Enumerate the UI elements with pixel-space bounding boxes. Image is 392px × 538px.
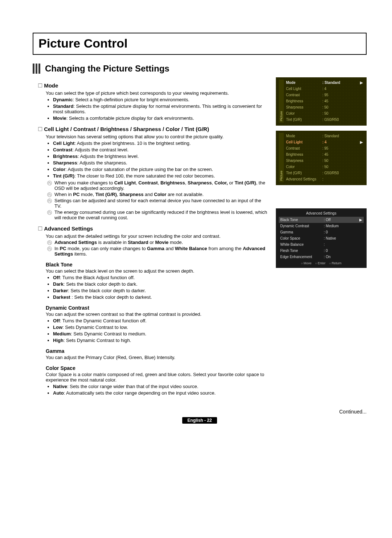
quality-intro: Your television has several setting opti… <box>46 134 269 139</box>
list-item: Brightness: Adjusts the brightness level… <box>53 154 269 159</box>
page-subtitle: Changing the Picture Settings <box>45 64 170 74</box>
osd-row: Tint (G/R)G50/R50 <box>285 117 364 123</box>
arrow-right-icon: ▶ <box>358 81 363 85</box>
osd-footer-hint: Enter <box>315 261 326 265</box>
arrow-right-icon: ▶ <box>358 140 363 144</box>
gamma-heading: Gamma <box>46 348 269 354</box>
section-heading: Changing the Picture Settings <box>33 64 367 74</box>
osd-side-label: Picture <box>279 80 284 123</box>
osd-row: Flesh Tone0 <box>279 248 364 254</box>
blacktone-heading: Black Tone <box>46 262 269 268</box>
osd-row: Brightness45 <box>285 98 364 104</box>
list-item: Sharpness: Adjusts the sharpness. <box>53 160 269 166</box>
osd-row: Sharpness50 <box>285 104 364 110</box>
blacktone-list: Off: Turns the Black Adjust function off… <box>47 275 269 300</box>
osd-title: Advanced Settings <box>279 211 364 217</box>
mode-intro: You can select the type of picture which… <box>46 90 269 96</box>
list-item: Native: Sets the color range wider than … <box>53 384 269 389</box>
osd-advanced-settings: Advanced Settings Black ToneOff▶Dynamic … <box>276 208 367 268</box>
list-item: Low: Sets Dynamic Contrast to low. <box>53 325 269 330</box>
osd-row: Gamma0 <box>279 229 364 235</box>
list-item: Cell Light: Adjusts the pixel brightness… <box>53 140 269 146</box>
page-title: Picture Control <box>38 36 361 50</box>
list-item: Color: Adjusts the color saturation of t… <box>53 167 269 172</box>
osd-row: Color SpaceNative <box>279 235 364 241</box>
list-item: Auto: Automatically sets the color range… <box>53 390 269 396</box>
osd-row: Black ToneOff▶ <box>279 217 364 223</box>
osd-row: ModeStandard▶ <box>285 80 364 86</box>
colorspace-desc: Color Space is a color matrix composed o… <box>46 372 269 383</box>
osd-row: White Balance <box>279 241 364 248</box>
osd-row: Edge EnhancementOn <box>279 254 364 260</box>
mode-heading: Mode <box>38 82 269 89</box>
blacktone-desc: You can select the black level on the sc… <box>46 268 269 274</box>
list-item: Contrast: Adjusts the contrast level. <box>53 147 269 152</box>
osd-row: ModeStandard <box>285 133 364 139</box>
osd-row: Cell Light4▶ <box>285 139 364 145</box>
osd-row: Contrast95 <box>285 92 364 98</box>
quality-list: Cell Light: Adjusts the pixel brightness… <box>47 140 269 179</box>
gamma-desc: You can adjust the Primary Color (Red, G… <box>46 355 269 360</box>
list-item: High: Sets Dynamic Contrast to high. <box>53 338 269 343</box>
osd-row: Dynamic ContrastMedium <box>279 223 364 229</box>
osd-row: Sharpness50 <box>285 158 364 164</box>
quality-heading: Cell Light / Contrast / Brightness / Sha… <box>38 126 269 133</box>
advanced-intro: You can adjust the detailed settings for… <box>46 233 269 239</box>
list-item: Movie: Selects a comfortable picture dis… <box>53 115 269 121</box>
osd-side-label: Picture <box>279 133 284 182</box>
osd-picture-mode: Picture ModeStandard▶Cell Light4Contrast… <box>276 77 367 126</box>
list-item: Darkest : Sets the black color depth to … <box>53 294 269 300</box>
quality-note-2: When in PC mode, Tint (G/R), Sharpness a… <box>47 192 269 197</box>
quality-note-1: When you make changes to Cell Light, Con… <box>47 180 269 191</box>
advanced-heading: Advanced Settings <box>38 225 269 232</box>
accent-icon <box>33 64 41 74</box>
osd-footer-hint: Move <box>301 261 311 265</box>
quality-note-3: Settings can be adjusted and stored for … <box>47 198 269 209</box>
list-item: Dark: Sets the black color depth to dark… <box>53 281 269 287</box>
list-item: Off: Turns the Black Adjust function off… <box>53 275 269 280</box>
advanced-note-1: Advanced Settings is available in Standa… <box>47 240 269 245</box>
dyncontrast-heading: Dynamic Contrast <box>46 305 269 311</box>
list-item: Dynamic: Select a high-definition pictur… <box>53 97 269 102</box>
colorspace-list: Native: Sets the color range wider than … <box>47 384 269 396</box>
colorspace-heading: Color Space <box>46 365 269 371</box>
mode-list: Dynamic: Select a high-definition pictur… <box>47 97 269 121</box>
list-item: Tint (G/R): The closer to Red 100, the m… <box>53 173 269 179</box>
osd-row: Advanced Settings <box>285 176 364 182</box>
page-footer: English - 22 <box>33 417 367 423</box>
osd-row: Contrast95 <box>285 145 364 151</box>
dyncontrast-list: Off: Turns the Dynamic Contrast function… <box>47 318 269 343</box>
title-box: Picture Control <box>33 33 367 55</box>
list-item: Off: Turns the Dynamic Contrast function… <box>53 318 269 323</box>
osd-row: Tint (G/R)G50/R50 <box>285 170 364 176</box>
osd-row: Color50 <box>285 110 364 117</box>
osd-footer-hint: Return <box>329 261 342 265</box>
osd-row: Color50 <box>285 164 364 170</box>
osd-picture-celllight: Picture ModeStandardCell Light4▶Contrast… <box>276 131 367 185</box>
osd-row: Cell Light4 <box>285 86 364 92</box>
list-item: Darker: Sets the black color depth to da… <box>53 288 269 293</box>
advanced-note-2: In PC mode, you can only make changes to… <box>47 246 269 257</box>
list-item: Standard: Selects the optimal picture di… <box>53 103 269 114</box>
continued-label: Continued... <box>33 409 367 415</box>
quality-note-4: The energy consumed during use can be si… <box>47 209 269 220</box>
osd-row: Brightness45 <box>285 151 364 158</box>
arrow-right-icon: ▶ <box>357 218 362 222</box>
dyncontrast-desc: You can adjust the screen contrast so th… <box>46 311 269 317</box>
list-item: Medium: Sets Dynamic Contrast to medium. <box>53 331 269 337</box>
